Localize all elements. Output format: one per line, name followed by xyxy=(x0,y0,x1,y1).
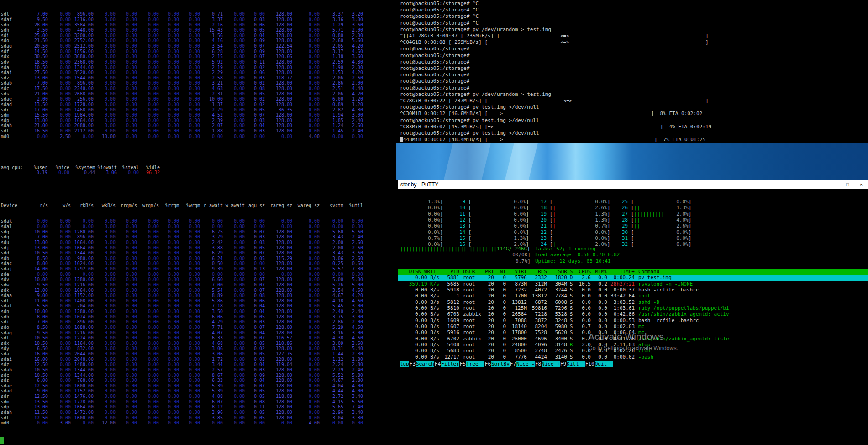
putty-window: ster.by - PuTTY — □ × 1.3%] 9 [ 0.0%]17 … xyxy=(398,180,868,445)
iostat-row: sdb8.500.00980.000.000.000.000.000.006.2… xyxy=(0,256,396,261)
putty-window-title: ster.by - PuTTY xyxy=(398,181,827,188)
process-row[interactable]: 0.00 B/s1root200170M138127784S0.00.033:4… xyxy=(398,293,868,299)
function-key-label[interactable]: SortBy xyxy=(491,361,510,367)
shell-cursor xyxy=(400,137,403,142)
iostat-row: sdl11.000.001408.000.000.000.000.000.005… xyxy=(0,298,396,304)
function-key: F4 xyxy=(434,361,441,367)
iostat-row: sdy6.500.00832.000.000.000.000.000.003.0… xyxy=(0,346,396,351)
iostat-row: sdy18.500.002368.000.000.000.000.000.005… xyxy=(0,59,396,65)
function-key: F7 xyxy=(510,361,516,367)
shell-line: root@backup05:/storage# xyxy=(400,65,868,72)
load-average: Load average: 0.56 0.70 0.82 xyxy=(535,252,620,258)
iostat-row: sdm13.500.001728.000.000.000.000.000.006… xyxy=(0,399,396,405)
iostat-row: sdac8.000.001024.000.000.000.000.000.000… xyxy=(0,261,396,266)
iostat-row: sdc10.500.001344.000.000.000.000.000.008… xyxy=(0,373,396,378)
iostat-row: sdai27.500.003520.000.000.000.000.000.00… xyxy=(0,70,396,75)
function-key: F6 xyxy=(484,361,491,367)
iostat-row: sdaf5.500.00704.000.000.000.000.000.007.… xyxy=(0,303,396,309)
watermark-title: Activate Windows xyxy=(588,331,678,342)
iostat-row: md00.002.500.0010.000.000.000.000.000.00… xyxy=(0,134,396,139)
htop-screen[interactable]: 1.3%] 9 [ 0.0%]17 [ 0.0%]25 [ 0.0%]0.0%]… xyxy=(398,189,868,445)
cpu-meter-row: 0.7%]15 [| 1.3%]23 [ 0.0%]31 [ 0.0%] xyxy=(400,235,703,241)
iostat-row: sda16.000.002044.000.000.000.000.000.003… xyxy=(0,351,396,357)
process-row[interactable]: 0.00 B/s6703zabbix2002658472285328S0.00.… xyxy=(398,311,868,317)
iostat-row: sdt16.500.002112.000.000.000.000.000.001… xyxy=(0,128,396,134)
function-key-label[interactable]: Kill xyxy=(567,361,585,367)
iostat-row: sdf10.500.001224.000.000.000.000.000.006… xyxy=(0,335,396,341)
iostat-row: sdj13.000.001664.000.000.000.000.000.003… xyxy=(0,245,396,251)
shell-line: root@backup05:/storage# xyxy=(400,78,868,85)
close-button[interactable]: × xyxy=(854,180,868,189)
iostat-row: sdx10.500.001164.000.000.000.000.000.004… xyxy=(0,341,396,346)
function-key-label[interactable]: Quit xyxy=(595,361,613,367)
putty-title-bar[interactable]: ster.by - PuTTY — □ × xyxy=(398,180,868,189)
iostat-row: sdp13.000.001664.000.000.000.000.000.002… xyxy=(0,118,396,123)
tasks-summary: Tasks: 52; 1 running xyxy=(535,246,595,252)
iostat-row: sdae2.000.00256.000.000.000.000.000.0010… xyxy=(0,96,396,102)
iostat-row: sdl7.000.00896.000.000.000.000.000.000.7… xyxy=(0,11,396,17)
iostat-row: sds21.000.002688.000.000.000.000.000.002… xyxy=(0,91,396,97)
iostat-row: sdak0.000.000.000.000.000.000.000.000.00… xyxy=(0,218,396,224)
function-key: F10 xyxy=(585,361,595,367)
function-key-label[interactable]: Search xyxy=(416,361,434,367)
process-row[interactable]: 359.19 K/s5685root200873M312M304MS10.50.… xyxy=(398,281,868,287)
cpu-meter-row: 0.0%]10 [ 0.0%]18 [| 2.6%]26 [|| 1.3%] xyxy=(400,205,703,211)
process-row[interactable]: 0.00 B/s5810root200125M598167296S0.00.01… xyxy=(398,305,868,311)
desktop-wallpaper[interactable] xyxy=(396,143,868,180)
process-row[interactable]: 0.00 B/s5812root2001381268726008S0.00.03… xyxy=(398,299,868,305)
function-key: F3 xyxy=(409,361,416,367)
htop-cpu-meters: 1.3%] 9 [ 0.0%]17 [ 0.0%]25 [ 0.0%]0.0%]… xyxy=(400,199,703,248)
iostat-row: sdu13.000.001664.000.000.000.000.000.002… xyxy=(0,240,396,245)
process-row[interactable]: 0.00 B/s5881root200579623321820D2.60.00:… xyxy=(398,275,868,281)
iostat-row: sdn10.000.001280.000.000.000.000.000.003… xyxy=(0,309,396,314)
process-row[interactable]: 0.00 B/s1607root2001814082045980S0.70.00… xyxy=(398,323,868,329)
shell-terminal[interactable]: root@backup05:/storage# ^Croot@backup05:… xyxy=(398,0,868,143)
desktop-screen: sdl7.000.00896.000.000.000.000.000.000.7… xyxy=(0,0,868,445)
process-row[interactable]: 0.00 B/s1609root200708838723248S0.00.00:… xyxy=(398,318,868,323)
iostat-row: sdah11.500.001472.000.000.000.000.000.00… xyxy=(0,410,396,415)
shell-line: ^C83MiB 0:00:07 [45.3MiB/s] [=> ] 4% ETA… xyxy=(400,124,868,130)
iostat-row: sdad13.500.001728.000.000.000.000.000.00… xyxy=(0,102,396,107)
process-table-header[interactable]: DISK WRITEPIDUSERPRINIVIRTRESSHRSCPU%MEM… xyxy=(398,269,868,275)
cpu-meter-row: 0.0%]13 [ 0.0%]21 [| 0.7%]29 [|| 2.6%] xyxy=(400,223,703,229)
function-key-label[interactable]: Nice + xyxy=(542,361,560,367)
iostat-row: sdab7.000.00896.000.000.000.000.000.003.… xyxy=(0,80,396,86)
htop-summary: ||||||||||||||||||||||||||||||||114G/ 24… xyxy=(400,246,620,264)
iostat-row: sdab10.500.001344.000.000.000.000.000.00… xyxy=(0,367,396,373)
iostat-row: sds6.000.00768.000.000.000.000.000.006.3… xyxy=(0,378,396,383)
iostat-row: sdm15.500.001984.000.000.000.000.000.004… xyxy=(0,112,396,118)
shell-line: root@backup05:/storage# ^C xyxy=(400,13,868,20)
iostat-row: sdv10.000.001280.000.000.000.000.000.006… xyxy=(0,277,396,282)
shell-line: root@backup05:/storage# pv test.img >/de… xyxy=(400,104,868,111)
iostat-terminal[interactable]: sdl7.000.00896.000.000.000.000.000.000.7… xyxy=(0,0,396,445)
iostat-row: sdah21.000.002688.000.000.000.000.000.00… xyxy=(0,123,396,128)
iostat-row: sde0.000.000.000.000.000.000.000.000.000… xyxy=(0,272,396,277)
function-key-label[interactable]: tup xyxy=(400,361,409,367)
shell-line: ^C04GiB 0:00:08 [ 269MiB/s] [ <=> ] xyxy=(400,39,868,46)
process-row[interactable]: 0.00 B/s12717root200777644243140S0.00.00… xyxy=(398,354,868,360)
uptime: Uptime: 12 days, 03:10:41 xyxy=(535,258,611,264)
iostat-row: sdi25.000.003200.000.000.000.000.000.001… xyxy=(0,33,396,38)
process-row[interactable]: 0.00 B/s5918root200723240723244S0.00.00:… xyxy=(398,287,868,293)
iostat-row: sda10.500.001344.000.000.000.000.000.002… xyxy=(0,65,396,70)
wallpaper-light-beam xyxy=(505,143,538,180)
iostat-row: sdf14.500.001856.000.000.000.000.000.006… xyxy=(0,49,396,54)
iostat-row: sdt12.500.001600.000.000.000.000.000.003… xyxy=(0,415,396,421)
activate-windows-watermark: Activate Windows Go to Settings to activ… xyxy=(588,331,678,351)
function-key-label[interactable]: Filter xyxy=(441,361,459,367)
shell-line: root@backup05:/storage# ^C xyxy=(400,7,868,13)
shell-line: root@backup05:/storage# xyxy=(400,53,868,59)
shell-line: root@backup05:/storage# pv /dev/urandom … xyxy=(400,26,868,33)
iostat-row: sdr12.500.001476.000.000.000.000.000.004… xyxy=(0,394,396,399)
function-key: F8 xyxy=(535,361,542,367)
minimize-button[interactable]: — xyxy=(827,180,841,189)
shell-line: root@backup05:/storage# pv test.img >/de… xyxy=(400,117,868,124)
iostat-row: sdw9.500.001216.000.000.000.000.000.007.… xyxy=(0,282,396,288)
shell-line: ^C78GiB 0:00:22 [ 287MiB/s] [ <=> ] xyxy=(400,98,868,104)
iostat-row: sdag9.500.001216.000.000.000.000.000.004… xyxy=(0,330,396,336)
function-key-label[interactable]: Nice - xyxy=(516,361,535,367)
maximize-button[interactable]: □ xyxy=(841,180,854,189)
iostat-avg-cpu: avg-cpu:%user%nice%system%iowait%steal%i… xyxy=(0,165,396,175)
function-key-label[interactable]: Tree xyxy=(466,361,484,367)
iostat-row: sdaf9.500.001216.000.000.000.000.000.003… xyxy=(0,17,396,22)
